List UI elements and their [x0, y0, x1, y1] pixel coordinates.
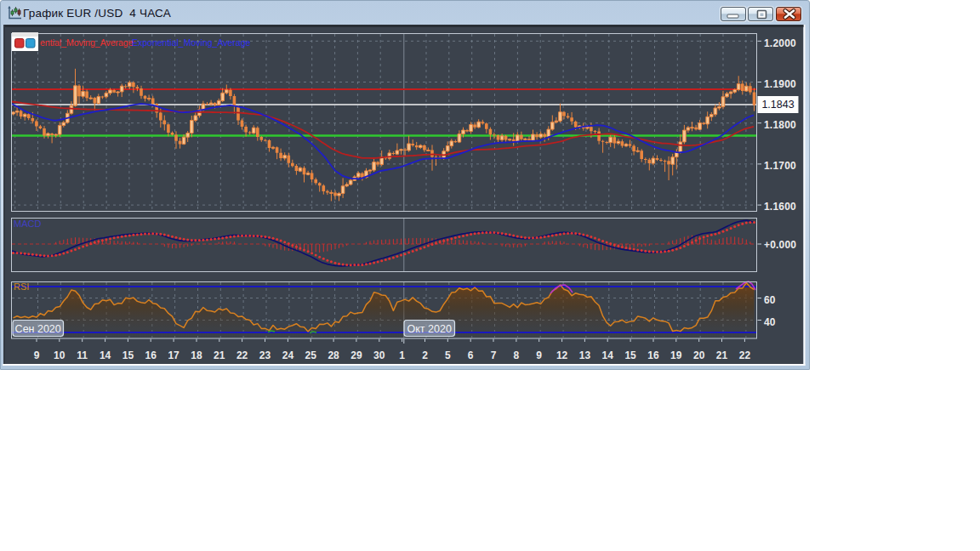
- svg-text:15: 15: [624, 349, 636, 361]
- svg-text:10: 10: [54, 349, 66, 361]
- svg-text:Exponential_Moving_Average: Exponential_Moving_Average: [132, 37, 250, 48]
- svg-text:12: 12: [556, 349, 568, 361]
- svg-text:1.1700: 1.1700: [764, 160, 796, 172]
- svg-text:11: 11: [77, 349, 88, 361]
- svg-text:1.1900: 1.1900: [764, 78, 796, 90]
- svg-text:28: 28: [328, 349, 339, 361]
- svg-text:25: 25: [305, 349, 317, 361]
- svg-text:14: 14: [100, 349, 111, 361]
- svg-text:9: 9: [34, 349, 40, 361]
- svg-text:17: 17: [168, 349, 179, 361]
- svg-text:Сен 2020: Сен 2020: [15, 323, 61, 335]
- svg-text:23: 23: [259, 349, 271, 361]
- svg-text:30: 30: [373, 349, 385, 361]
- svg-text:MACD: MACD: [14, 219, 41, 229]
- svg-text:1.1843: 1.1843: [761, 99, 794, 111]
- svg-text:9: 9: [536, 349, 542, 361]
- svg-text:7: 7: [491, 349, 497, 361]
- svg-text:21: 21: [214, 349, 225, 361]
- svg-text:60: 60: [764, 294, 776, 306]
- svg-text:1.1800: 1.1800: [764, 119, 796, 131]
- svg-text:8: 8: [514, 349, 520, 361]
- svg-text:20: 20: [693, 349, 705, 361]
- svg-text:29: 29: [350, 349, 362, 361]
- svg-text:16: 16: [647, 349, 659, 361]
- svg-text:13: 13: [579, 349, 591, 361]
- svg-text:24: 24: [282, 349, 294, 361]
- svg-text:22: 22: [739, 349, 751, 361]
- svg-text:2: 2: [422, 349, 428, 361]
- svg-text:19: 19: [670, 349, 682, 361]
- svg-text:RSI: RSI: [14, 281, 29, 292]
- svg-text:15: 15: [122, 349, 134, 361]
- svg-text:21: 21: [716, 349, 728, 361]
- svg-text:+0.000: +0.000: [764, 239, 796, 251]
- svg-text:1.2000: 1.2000: [764, 37, 796, 49]
- svg-text:6: 6: [468, 349, 474, 361]
- svg-text:1.1600: 1.1600: [764, 201, 796, 213]
- svg-text:22: 22: [236, 349, 248, 361]
- svg-text:40: 40: [764, 316, 776, 328]
- svg-text:14: 14: [602, 349, 614, 361]
- svg-text:ential_Moving_Average:: ential_Moving_Average:: [40, 37, 135, 48]
- svg-text:18: 18: [191, 349, 202, 361]
- svg-text:5: 5: [445, 349, 451, 361]
- svg-text:16: 16: [145, 349, 157, 361]
- svg-text:Окт 2020: Окт 2020: [407, 323, 452, 335]
- svg-text:1: 1: [399, 349, 405, 361]
